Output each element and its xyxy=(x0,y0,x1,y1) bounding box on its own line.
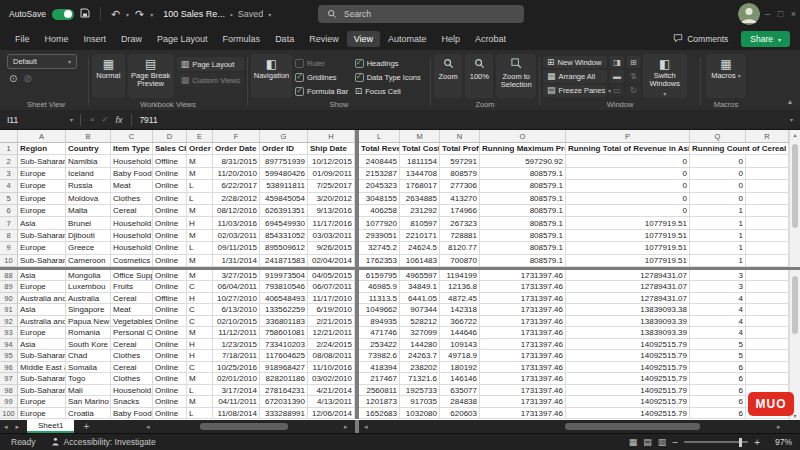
cell-H95[interactable]: 08/08/2011 xyxy=(308,350,355,362)
cell-D97[interactable]: Online xyxy=(153,373,187,385)
ruler-checkbox[interactable]: Ruler xyxy=(295,56,352,70)
cell-F94[interactable]: 1/23/2015 xyxy=(213,339,260,351)
cell-L6[interactable]: 406258 xyxy=(359,205,400,217)
cell-E94[interactable]: H xyxy=(187,339,213,351)
cell-M1[interactable]: Total Cost xyxy=(400,143,440,155)
cell-R5[interactable] xyxy=(746,193,789,205)
column-header-D[interactable]: D xyxy=(153,130,187,143)
cell-H7[interactable]: 11/17/2016 xyxy=(308,217,355,229)
cell-E97[interactable]: M xyxy=(187,373,213,385)
cell-B97[interactable]: Togo xyxy=(66,373,111,385)
cell-B89[interactable]: Luxembou xyxy=(66,281,111,293)
cell-F92[interactable]: 02/10/2015 xyxy=(213,316,260,328)
cell-Q7[interactable]: 1 xyxy=(690,217,746,229)
cell-F98[interactable]: 3/17/2014 xyxy=(213,385,260,397)
cell-N8[interactable]: 728881 xyxy=(440,230,480,242)
cell-D92[interactable]: Online xyxy=(153,316,187,328)
cell-E89[interactable]: C xyxy=(187,281,213,293)
new-sheet-button[interactable]: + xyxy=(74,421,98,432)
name-box-chevron-icon[interactable]: ▾ xyxy=(70,116,73,123)
cell-E99[interactable]: M xyxy=(187,396,213,408)
cell-H94[interactable]: 2/24/2015 xyxy=(308,339,355,351)
cell-M94[interactable]: 144280 xyxy=(400,339,440,351)
cell-M8[interactable]: 2210171 xyxy=(400,230,440,242)
cell-H6[interactable]: 9/13/2016 xyxy=(308,205,355,217)
cell-A96[interactable]: Middle East a xyxy=(18,362,66,374)
undo-menu-icon[interactable]: ▾ xyxy=(126,11,129,18)
cell-N4[interactable]: 277306 xyxy=(440,180,480,192)
zoom-slider[interactable] xyxy=(684,441,748,443)
cell-G97[interactable]: 828201186 xyxy=(260,373,308,385)
row-header-99[interactable]: 99 xyxy=(0,396,18,408)
cell-G10[interactable]: 241871583 xyxy=(260,255,308,267)
column-header-N[interactable]: N xyxy=(440,130,480,143)
column-header-C[interactable]: C xyxy=(111,130,153,143)
hscroll-left-icon[interactable]: ◂ xyxy=(146,423,150,431)
cell-M93[interactable]: 327099 xyxy=(400,327,440,339)
cell-H3[interactable]: 01/09/2011 xyxy=(308,168,355,180)
cell-E9[interactable]: L xyxy=(187,242,213,254)
cell-O8[interactable]: 808579.1 xyxy=(480,230,566,242)
cell-H98[interactable]: 4/21/2014 xyxy=(308,385,355,397)
avatar[interactable] xyxy=(738,3,760,25)
cell-A5[interactable]: Europe xyxy=(18,193,66,205)
cell-D96[interactable]: Online xyxy=(153,362,187,374)
cell-C2[interactable]: Household xyxy=(111,155,153,167)
cell-D5[interactable]: Online xyxy=(153,193,187,205)
cell-A89[interactable]: Europe xyxy=(18,281,66,293)
cell-M98[interactable]: 1925733 xyxy=(400,385,440,397)
cell-C3[interactable]: Baby Food xyxy=(111,168,153,180)
cell-H10[interactable]: 02/04/2014 xyxy=(308,255,355,267)
unhide-window-button[interactable]: ▭ xyxy=(610,85,624,97)
row-header-100[interactable]: 100 xyxy=(0,408,18,420)
cell-B3[interactable]: Iceland xyxy=(66,168,111,180)
cell-N100[interactable]: 620603 xyxy=(440,408,480,420)
row-header-94[interactable]: 94 xyxy=(0,339,18,351)
cell-G99[interactable]: 672031390 xyxy=(260,396,308,408)
tab-help[interactable]: Help xyxy=(435,31,468,47)
cell-B10[interactable]: Cameroon xyxy=(66,255,111,267)
cell-D100[interactable]: Online xyxy=(153,408,187,420)
cell-D3[interactable]: Online xyxy=(153,168,187,180)
tab-draw[interactable]: Draw xyxy=(114,31,149,47)
maximize-button[interactable]: □ xyxy=(774,0,787,28)
cell-E88[interactable]: M xyxy=(187,270,213,282)
row-header-91[interactable]: 91 xyxy=(0,304,18,316)
cell-C91[interactable]: Meat xyxy=(111,304,153,316)
cell-F96[interactable]: 10/25/2016 xyxy=(213,362,260,374)
cell-B98[interactable]: Mali xyxy=(66,385,111,397)
zoom-percentage[interactable]: 97% xyxy=(766,437,792,447)
cell-B95[interactable]: Chad xyxy=(66,350,111,362)
cell-B99[interactable]: San Marino xyxy=(66,396,111,408)
cell-H9[interactable]: 9/26/2015 xyxy=(308,242,355,254)
cell-P95[interactable]: 14092515.79 xyxy=(566,350,690,362)
row-header-92[interactable]: 92 xyxy=(0,316,18,328)
sheet-nav-left-icon[interactable]: ◂ xyxy=(0,423,12,431)
hscroll-thumb-left[interactable] xyxy=(200,423,288,430)
cell-C4[interactable]: Meat xyxy=(111,180,153,192)
horizontal-split-bar[interactable] xyxy=(0,267,800,270)
row-header-10[interactable]: 10 xyxy=(0,255,18,267)
cell-H90[interactable]: 11/17/2010 xyxy=(308,293,355,305)
undo-icon[interactable]: ↶ xyxy=(111,9,120,20)
cell-G96[interactable]: 918968427 xyxy=(260,362,308,374)
cell-F8[interactable]: 02/03/2011 xyxy=(213,230,260,242)
column-header-G[interactable]: G xyxy=(260,130,308,143)
cell-R8[interactable] xyxy=(746,230,789,242)
cell-F90[interactable]: 10/27/2010 xyxy=(213,293,260,305)
cell-O6[interactable]: 808579.1 xyxy=(480,205,566,217)
cell-O90[interactable]: 1731397.46 xyxy=(480,293,566,305)
accessibility-button[interactable]: Accessibility: Investigate xyxy=(47,437,156,448)
cell-C99[interactable]: Snacks xyxy=(111,396,153,408)
synchronous-scrolling-icon[interactable]: ⇅ xyxy=(627,70,640,82)
zoom-slider-thumb[interactable] xyxy=(739,438,742,447)
cell-B6[interactable]: Malta xyxy=(66,205,111,217)
cell-G88[interactable]: 919973504 xyxy=(260,270,308,282)
normal-view-button[interactable]: ▦ Normal xyxy=(92,54,125,98)
cell-Q3[interactable]: 0 xyxy=(690,168,746,180)
cell-A94[interactable]: Asia xyxy=(18,339,66,351)
cell-M100[interactable]: 1032080 xyxy=(400,408,440,420)
hscroll-left-icon[interactable]: ◂ xyxy=(364,423,368,431)
zoom-button[interactable]: Zoom xyxy=(434,54,462,98)
cell-A6[interactable]: Europe xyxy=(18,205,66,217)
